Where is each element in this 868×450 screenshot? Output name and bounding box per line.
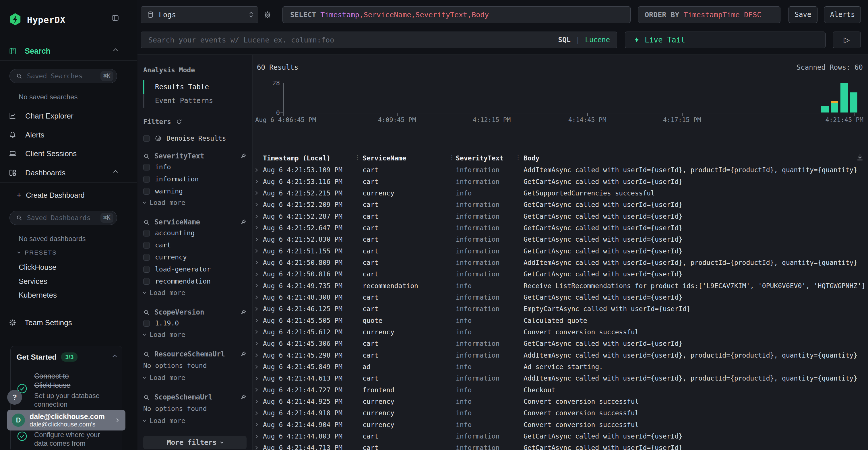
row-expand-chevron-icon[interactable] — [254, 319, 263, 322]
pin-icon[interactable] — [240, 153, 247, 160]
more-filters-button[interactable]: More filters — [143, 436, 247, 449]
row-expand-chevron-icon[interactable] — [254, 388, 263, 391]
help-button[interactable]: ? — [7, 390, 22, 405]
table-row[interactable]: Aug 6 4:21:52.830 PMcartinformationGetCa… — [253, 234, 868, 245]
event-search-input[interactable] — [148, 36, 553, 44]
checkbox[interactable] — [143, 242, 150, 249]
saved-searches-search[interactable]: ⌘K — [9, 69, 117, 83]
user-menu[interactable]: D dale@clickhouse.com dale@clickhouse.co… — [7, 410, 125, 430]
saved-dashboards-input[interactable] — [26, 214, 96, 222]
filter-option-accounting[interactable]: accounting — [143, 227, 247, 239]
row-expand-chevron-icon[interactable] — [254, 215, 263, 218]
collapse-sidebar-icon[interactable] — [111, 14, 120, 22]
table-row[interactable]: Aug 6 4:21:50.816 PMcartinformationGetCa… — [253, 268, 868, 280]
filter-option-information[interactable]: information — [143, 173, 247, 185]
checkbox[interactable] — [143, 278, 150, 285]
checkbox[interactable] — [143, 230, 150, 236]
save-button[interactable]: Save — [788, 6, 817, 23]
language-toggle-sql[interactable]: SQL — [558, 36, 570, 44]
sidebar-item-team-settings[interactable]: Team Settings — [9, 317, 72, 329]
column-servicename[interactable]: ServiceName — [363, 154, 456, 162]
checkbox[interactable] — [143, 266, 150, 272]
alerts-button[interactable]: Alerts — [824, 6, 861, 23]
sidebar-item-client-sessions[interactable]: Client Sessions — [0, 147, 137, 160]
row-expand-chevron-icon[interactable] — [254, 446, 263, 449]
table-row[interactable]: Aug 6 4:21:52.215 PMcurrencyinfoGetSuppo… — [253, 187, 868, 199]
table-row[interactable]: Aug 6 4:21:44.904 PMcurrencyinfoConvert … — [253, 419, 868, 430]
filter-option-1.19.0[interactable]: 1.19.0 — [143, 317, 247, 329]
sidebar-item-chart-explorer[interactable]: Chart Explorer — [0, 109, 137, 122]
sidebar-item-kubernetes[interactable]: Kubernetes — [19, 291, 57, 300]
load-more-button[interactable]: Load more — [143, 329, 247, 340]
table-row[interactable]: Aug 6 4:21:48.308 PMcartinformationGetCa… — [253, 292, 868, 303]
checkbox[interactable] — [143, 320, 150, 327]
row-expand-chevron-icon[interactable] — [254, 400, 263, 403]
row-expand-chevron-icon[interactable] — [254, 284, 263, 287]
search-section-chevron-up-icon[interactable] — [114, 48, 117, 53]
pin-icon[interactable] — [240, 394, 247, 400]
row-expand-chevron-icon[interactable] — [254, 412, 263, 415]
checkbox[interactable] — [143, 188, 150, 195]
table-row[interactable]: Aug 6 4:21:45.505 PMquoteinfoCalculated … — [253, 315, 868, 326]
table-row[interactable]: Aug 6 4:21:44.613 PMcartinformationAddIt… — [253, 373, 868, 384]
table-row[interactable]: Aug 6 4:21:45.306 PMcartinformationGetCa… — [253, 338, 868, 349]
table-row[interactable]: Aug 6 4:21:52.647 PMcartinformationGetCa… — [253, 222, 868, 234]
column-resize-handle[interactable]: ⋮ — [448, 154, 455, 161]
row-expand-chevron-icon[interactable] — [254, 249, 263, 253]
row-expand-chevron-icon[interactable] — [254, 423, 263, 426]
histogram-bar-info[interactable] — [850, 92, 857, 112]
refresh-icon[interactable] — [176, 118, 183, 125]
row-expand-chevron-icon[interactable] — [254, 354, 263, 357]
language-toggle-lucene[interactable]: Lucene — [585, 36, 610, 44]
create-dashboard-button[interactable]: + Create Dashboard — [17, 189, 85, 201]
table-row[interactable]: Aug 6 4:21:44.925 PMcurrencyinfoConvert … — [253, 396, 868, 407]
load-more-button[interactable]: Load more — [143, 287, 247, 298]
table-row[interactable]: Aug 6 4:21:49.735 PMrecommendationinfoRe… — [253, 280, 868, 291]
mode-results-table[interactable]: Results Table — [143, 80, 247, 94]
column-body[interactable]: Body — [524, 154, 868, 162]
row-expand-chevron-icon[interactable] — [254, 261, 263, 264]
row-expand-chevron-icon[interactable] — [254, 203, 263, 206]
row-expand-chevron-icon[interactable] — [254, 296, 263, 299]
table-row[interactable]: Aug 6 4:21:44.803 PMcartinformationGetCa… — [253, 430, 868, 442]
table-row[interactable]: Aug 6 4:21:44.727 PMfrontendinfoCheckout — [253, 384, 868, 396]
table-row[interactable]: Aug 6 4:21:45.298 PMcartinformationAddIt… — [253, 350, 868, 361]
run-query-play-button[interactable]: ▷ — [833, 32, 861, 48]
source-settings-gear-icon[interactable] — [263, 10, 272, 20]
row-expand-chevron-icon[interactable] — [254, 226, 263, 229]
table-row[interactable]: Aug 6 4:21:45.612 PMcurrencyinfoConvert … — [253, 326, 868, 338]
get-started-chevron-up-icon[interactable] — [113, 354, 116, 360]
sidebar-item-clickhouse[interactable]: ClickHouse — [19, 263, 57, 272]
histogram-bar-warning[interactable] — [831, 101, 838, 103]
checkbox[interactable] — [143, 176, 150, 183]
dashboards-chevron-up-icon[interactable] — [114, 170, 117, 175]
event-search-bar[interactable]: SQL | Lucene — [141, 32, 617, 48]
row-expand-chevron-icon[interactable] — [254, 168, 263, 172]
column-resize-handle[interactable]: ⋮ — [354, 154, 361, 161]
filter-option-warning[interactable]: warning — [143, 185, 247, 197]
table-row[interactable]: Aug 6 4:21:45.849 PMadinfoAd service sta… — [253, 361, 868, 373]
pin-icon[interactable] — [240, 219, 247, 226]
select-columns-input[interactable]: SELECT Timestamp,ServiceName,SeverityTex… — [282, 6, 631, 23]
source-select[interactable]: Logs — [141, 6, 258, 23]
checkbox[interactable] — [143, 164, 150, 170]
denoise-results-toggle[interactable]: Denoise Results — [143, 135, 247, 142]
row-expand-chevron-icon[interactable] — [254, 377, 263, 380]
table-row[interactable]: Aug 6 4:21:52.287 PMcartinformationGetCa… — [253, 211, 868, 222]
sidebar-item-search[interactable]: Search — [9, 45, 51, 57]
logo[interactable]: HyperDX — [9, 11, 65, 29]
sidebar-item-services[interactable]: Services — [19, 277, 48, 286]
table-row[interactable]: Aug 6 4:21:51.155 PMcartinformationGetCa… — [253, 245, 868, 257]
denoise-checkbox[interactable] — [143, 135, 150, 142]
filter-option-cart[interactable]: cart — [143, 239, 247, 251]
row-expand-chevron-icon[interactable] — [254, 342, 263, 345]
filter-option-currency[interactable]: currency — [143, 251, 247, 263]
table-row[interactable]: Aug 6 4:21:44.713 PMcartinformationGetCa… — [253, 442, 868, 450]
pin-icon[interactable] — [240, 351, 247, 358]
table-row[interactable]: Aug 6 4:21:50.809 PMcartinformationAddIt… — [253, 257, 868, 268]
table-row[interactable]: Aug 6 4:21:46.125 PMcartinformationEmpty… — [253, 303, 868, 315]
table-row[interactable]: Aug 6 4:21:53.116 PMcartinformationGetCa… — [253, 175, 868, 187]
pin-icon[interactable] — [240, 309, 247, 316]
histogram-bar-info[interactable] — [831, 103, 838, 112]
row-expand-chevron-icon[interactable] — [254, 191, 263, 195]
